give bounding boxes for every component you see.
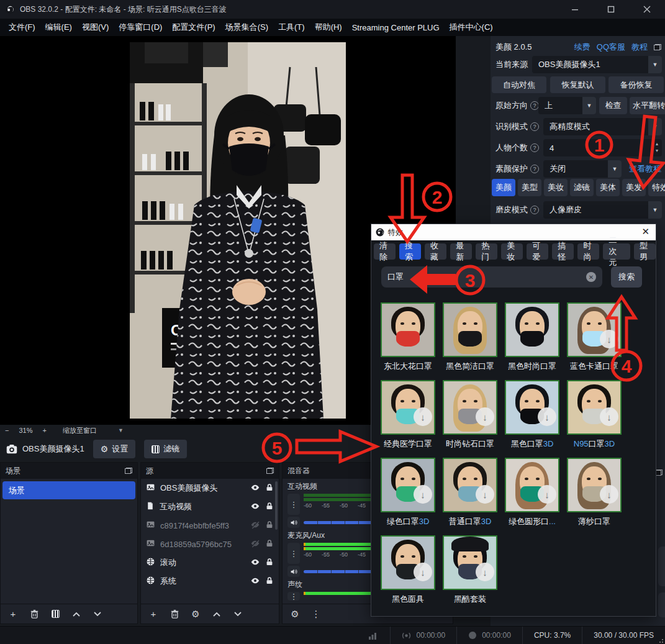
beauty-tab[interactable]: 特效 [648, 179, 665, 196]
download-icon[interactable]: ↓ [600, 407, 618, 426]
renew-link[interactable]: 续费 [574, 42, 590, 53]
beauty-tab[interactable]: 美体 [596, 179, 620, 196]
dialog-tab[interactable]: 可爱 [527, 243, 548, 260]
effect-tile[interactable]: ↓黑酷套装 [439, 535, 501, 605]
effect-tile[interactable]: ↓经典医学口罩 [377, 380, 439, 450]
scene-list-item[interactable]: 场景 [2, 481, 135, 499]
effect-tile[interactable]: 东北大花口罩 [377, 302, 439, 372]
move-up-icon[interactable] [71, 609, 81, 619]
menu-item[interactable]: 视图(V) [77, 19, 114, 36]
download-icon[interactable]: ↓ [600, 485, 618, 504]
fit-to-window[interactable]: 缩放至窗口 [58, 426, 102, 435]
autofocus-button[interactable]: 自动对焦 [492, 76, 546, 93]
source-row[interactable]: 系统 [141, 572, 279, 591]
kebab-menu-icon[interactable]: ⋮ [287, 592, 300, 601]
view-tutorial-link[interactable]: 查看教程 [629, 163, 661, 175]
lock-icon[interactable] [265, 501, 274, 513]
dialog-tab[interactable]: 美妆 [501, 243, 523, 260]
effect-tile[interactable]: ↓绿色口罩3D [377, 458, 439, 527]
menu-item[interactable]: 文件(F) [4, 19, 40, 36]
person-count-stepper[interactable]: 4 ▴▾ [543, 139, 662, 156]
download-icon[interactable]: ↓ [538, 407, 556, 426]
effect-tile[interactable]: 黑色时尚口罩 [501, 302, 563, 372]
dialog-tab[interactable]: 搜索 [399, 243, 421, 260]
menu-item[interactable]: 编辑(E) [40, 19, 77, 36]
flip-horizontal-button[interactable]: 水平翻转 [630, 97, 665, 114]
help-icon[interactable]: ? [530, 206, 539, 214]
dialog-tab[interactable]: 收藏 [425, 243, 446, 260]
lock-icon[interactable] [265, 483, 274, 494]
current-source-select[interactable]: OBS美颜摄像头1 ▼ [532, 56, 662, 73]
qq-support-link[interactable]: QQ客服 [597, 42, 625, 53]
menu-item[interactable]: 工具(T) [273, 19, 310, 36]
move-down-icon[interactable] [93, 609, 102, 619]
eye-icon[interactable] [250, 576, 260, 587]
maximize-button[interactable] [593, 0, 629, 19]
help-icon[interactable]: ? [530, 143, 539, 152]
effect-tile[interactable]: ↓普通口罩3D [439, 458, 501, 527]
tutorial-link[interactable]: 教程 [631, 42, 648, 53]
dialog-tab[interactable]: 最新 [450, 243, 472, 260]
resize-grip[interactable] [658, 638, 663, 643]
search-button[interactable]: 搜索 [611, 266, 642, 288]
beauty-tab[interactable]: 滤镜 [570, 179, 594, 196]
effect-tile[interactable]: 黑色简洁口罩 [439, 302, 501, 372]
menu-item[interactable]: 帮助(H) [310, 19, 347, 36]
popout-icon[interactable] [125, 468, 132, 474]
scene-filters-icon[interactable] [50, 609, 60, 619]
trash-icon[interactable] [170, 609, 179, 619]
eye-slash-icon[interactable] [250, 520, 260, 532]
source-properties-gear-icon[interactable]: ⚙ [191, 609, 201, 619]
advanced-audio-gear-icon[interactable]: ⚙ [290, 609, 300, 619]
dialog-tab[interactable]: 搞怪 [552, 243, 574, 260]
lock-icon[interactable] [265, 538, 274, 550]
effect-tile[interactable]: ↓黑色面具 [377, 535, 439, 605]
move-down-icon[interactable] [233, 609, 243, 619]
speaker-icon[interactable] [287, 566, 300, 577]
eye-icon[interactable] [250, 557, 260, 569]
dialog-tab[interactable]: 时尚 [577, 243, 599, 260]
menu-item[interactable]: 配置文件(P) [167, 19, 220, 36]
restore-default-button[interactable]: 恢复默认 [550, 76, 605, 93]
effect-tile[interactable]: ↓N95口罩3D [563, 380, 625, 450]
beauty-tab[interactable]: 美发 [622, 179, 646, 196]
detect-mode-select[interactable]: 高精度模式 ▼ [543, 118, 662, 135]
stepper-arrows-icon[interactable]: ▴▾ [656, 140, 658, 154]
zoom-in-button[interactable]: + [37, 427, 51, 434]
effect-tile[interactable]: ↓蓝色卡通口罩 [563, 302, 625, 372]
popout-icon[interactable] [266, 468, 274, 474]
lock-icon[interactable] [265, 576, 274, 587]
source-row[interactable]: 滚动 [141, 553, 279, 572]
close-icon[interactable]: ✕ [641, 226, 649, 237]
help-icon[interactable]: ? [530, 165, 539, 173]
effect-tile[interactable]: ↓黑色口罩3D [501, 380, 563, 450]
menu-item[interactable]: 插件中心(C) [445, 19, 498, 36]
beauty-tab[interactable]: 美型 [518, 179, 541, 196]
source-row[interactable]: c8917f4ebbfbfe5ff3 [141, 516, 279, 535]
effect-tile[interactable]: ↓薄纱口罩 [563, 458, 625, 527]
camera-settings-button[interactable]: ⚙ 设置 [93, 440, 136, 458]
download-icon[interactable]: ↓ [476, 485, 494, 504]
dialog-tab[interactable]: 清除 [374, 243, 396, 260]
dialog-tab[interactable]: 二次元 [603, 243, 630, 260]
backup-restore-button[interactable]: 备份恢复 [608, 76, 664, 93]
kebab-menu-icon[interactable]: ⋮ [287, 543, 300, 564]
trash-icon[interactable] [29, 609, 39, 619]
move-up-icon[interactable] [212, 609, 222, 619]
scrollbar[interactable] [275, 481, 278, 530]
zoom-out-button[interactable]: − [0, 427, 14, 434]
download-icon[interactable]: ↓ [414, 563, 432, 581]
help-icon[interactable]: ? [530, 122, 539, 131]
kebab-menu-icon[interactable]: ⋮ [311, 609, 321, 619]
effect-tile[interactable]: ↓时尚钻石口罩 [439, 380, 501, 450]
source-row[interactable]: 6d18859a5796bc75 [141, 535, 279, 553]
camera-filters-button[interactable]: 滤镜 [144, 440, 187, 458]
close-button[interactable] [629, 0, 665, 19]
clear-search-icon[interactable]: ✕ [586, 272, 596, 282]
lock-icon[interactable] [265, 557, 274, 569]
eye-icon[interactable] [250, 501, 260, 513]
source-row[interactable]: OBS美颜摄像头 [141, 479, 279, 497]
beauty-tab[interactable]: 美颜 [492, 179, 515, 196]
download-icon[interactable]: ↓ [414, 485, 432, 504]
download-icon[interactable]: ↓ [600, 330, 618, 348]
